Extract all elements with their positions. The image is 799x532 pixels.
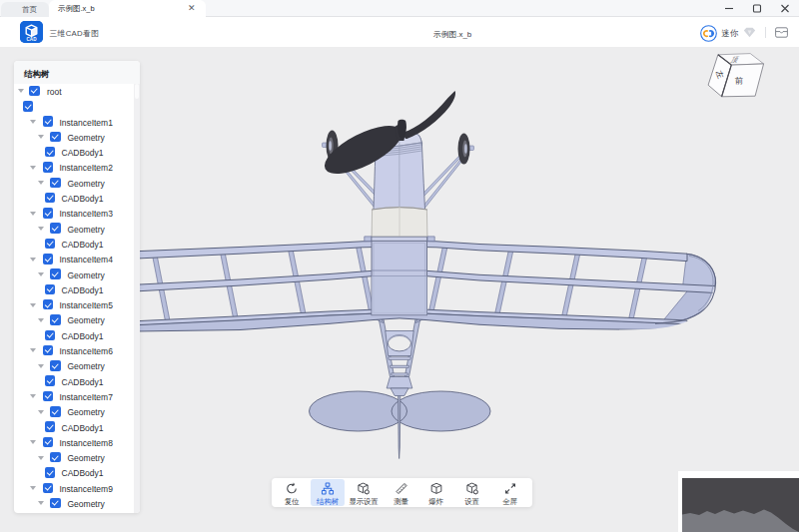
svg-text:前: 前 (735, 76, 743, 85)
svg-text:CAD: CAD (27, 37, 38, 42)
